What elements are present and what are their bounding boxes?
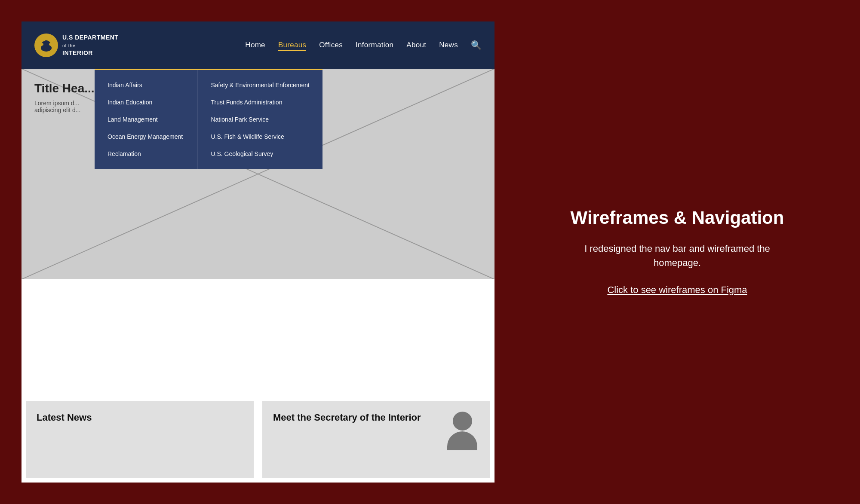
latest-news-card[interactable]: Latest News (26, 401, 254, 478)
nav-links: Home Bureaus Offices Information About N… (245, 40, 482, 50)
logo-text: U.S DEPARTMENT of the INTERIOR (62, 34, 118, 57)
avatar-head (453, 412, 472, 431)
hero-body: Lorem ipsum d... adipiscing elit d... (34, 100, 95, 113)
dropdown-item-land-management[interactable]: Land Management (103, 111, 189, 128)
dropdown-col-left: Indian Affairs Indian Education Land Man… (95, 70, 198, 169)
dropdown-item-indian-affairs[interactable]: Indian Affairs (103, 76, 189, 94)
dropdown-item-ocean-energy[interactable]: Ocean Energy Management (103, 128, 189, 145)
logo-area[interactable]: U.S DEPARTMENT of the INTERIOR (34, 34, 118, 57)
secretary-card[interactable]: Meet the Secretary of the Interior (262, 401, 490, 478)
hero-text-overlay: Title Hea... Lorem ipsum d... adipiscing… (34, 82, 95, 113)
dropdown-col-right: Safety & Environmental Enforcement Trust… (198, 70, 322, 169)
nav-item-home[interactable]: Home (245, 41, 265, 49)
right-sidebar: Wireframes & Navigation I redesigned the… (494, 0, 860, 504)
avatar-body (447, 431, 477, 450)
search-icon[interactable]: 🔍 (471, 40, 482, 50)
sidebar-title: Wireframes & Navigation (571, 207, 784, 229)
nav-item-bureaus[interactable]: Bureaus (278, 41, 306, 49)
secretary-avatar (445, 412, 479, 450)
sidebar-description: I redesigned the nav bar and wireframed … (570, 241, 785, 270)
nav-item-offices[interactable]: Offices (319, 41, 343, 49)
sidebar-content: Wireframes & Navigation I redesigned the… (570, 207, 785, 297)
bottom-section: Latest News Meet the Secretary of the In… (22, 397, 494, 483)
hero-title: Title Hea... (34, 82, 95, 95)
nav-item-information[interactable]: Information (356, 41, 393, 49)
latest-news-title: Latest News (37, 412, 243, 424)
dropdown-item-reclamation[interactable]: Reclamation (103, 145, 189, 162)
dropdown-item-national-park[interactable]: National Park Service (206, 111, 314, 128)
dropdown-item-trust-funds[interactable]: Trust Funds Administration (206, 94, 314, 111)
nav-item-about[interactable]: About (406, 41, 426, 49)
search-button[interactable]: 🔍 (471, 40, 482, 50)
main-page-container: U.S DEPARTMENT of the INTERIOR Home Bure… (22, 21, 494, 483)
figma-link[interactable]: Click to see wireframes on Figma (607, 283, 747, 297)
navbar: U.S DEPARTMENT of the INTERIOR Home Bure… (22, 21, 494, 69)
dropdown-item-fish-wildlife[interactable]: U.S. Fish & Wildlife Service (206, 128, 314, 145)
secretary-title: Meet the Secretary of the Interior (273, 412, 439, 424)
dropdown-item-geological[interactable]: U.S. Geological Survey (206, 145, 314, 162)
logo-icon (34, 34, 58, 57)
dropdown-item-safety[interactable]: Safety & Environmental Enforcement (206, 76, 314, 94)
nav-item-news[interactable]: News (439, 41, 458, 49)
dropdown-item-indian-education[interactable]: Indian Education (103, 94, 189, 111)
bureaus-dropdown: Indian Affairs Indian Education Land Man… (95, 69, 322, 169)
